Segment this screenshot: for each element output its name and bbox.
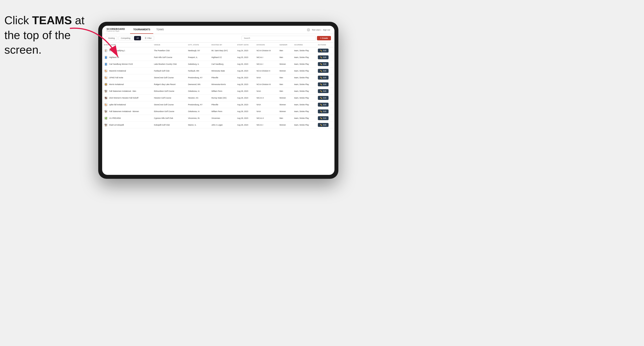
edit-icon-2: ✏️ — [320, 63, 322, 65]
edit-button-11[interactable]: ✏️ Edit — [318, 123, 328, 127]
cell-actions-7: ✏️ Edit — [316, 95, 334, 101]
cell-gender-3: Women — [278, 68, 292, 74]
cell-date-4: Aug 28, 2023 — [235, 74, 255, 81]
table-row: 🦅 Fall Statesmen Invitational - Women Ed… — [102, 108, 334, 115]
cell-division-8: NAIA — [255, 101, 278, 108]
table-row: 👤 Highland 36 Park Hills Golf Course Fre… — [102, 54, 334, 61]
event-icon-9: 🦅 — [104, 109, 108, 113]
cell-city-9: Oskaloosa, IA — [186, 108, 210, 115]
cell-city-6: Oskaloosa, IA — [186, 88, 210, 95]
event-icon-11: 🦅 — [104, 123, 108, 127]
cell-actions-8: ✏️ Edit — [316, 101, 334, 108]
col-hosted-by: HOSTED BY — [210, 42, 236, 47]
cell-actions-3: ✏️ Edit — [316, 68, 334, 74]
table-row: 🐎 UPIKE Fall Invite StoneCrest Golf Cour… — [102, 74, 334, 81]
table-row: 🦅 Fall Statesmen Invitational - Men Edmu… — [102, 88, 334, 95]
cell-scoring-2: team, Stroke Play — [292, 61, 316, 68]
edit-button-2[interactable]: ✏️ Edit — [318, 62, 328, 66]
nav-signout[interactable]: Sign out — [323, 29, 330, 31]
toolbar: Hosting Competing All ☰ Filter + Create — [102, 34, 334, 42]
gear-icon[interactable] — [307, 28, 310, 31]
edit-button-0[interactable]: ✏️ Edit — [318, 49, 328, 52]
cell-date-9: Aug 28, 2023 — [235, 108, 255, 115]
edit-button-5[interactable]: ✏️ Edit — [318, 82, 328, 86]
cell-scoring-9: team, Stroke Play — [292, 108, 316, 115]
cell-division-1: NICAA I — [255, 54, 278, 61]
cell-scoring-7: team, Stroke Play — [292, 95, 316, 101]
edit-button-10[interactable]: ✏️ Edit — [318, 116, 328, 120]
cell-venue-3: Faribault Golf Club — [152, 68, 186, 74]
cell-division-9: NAIA — [255, 108, 278, 115]
cell-actions-0: ✏️ Edit — [316, 47, 334, 54]
col-event-name: EVENT NAME — [102, 42, 152, 47]
hosting-button[interactable]: Hosting — [106, 36, 117, 40]
cell-city-10: Vincennes, IN — [186, 115, 210, 122]
cell-event-name-9: 🦅 Fall Statesmen Invitational - Women — [102, 108, 152, 115]
cell-gender-11: Women — [278, 122, 292, 128]
edit-button-6[interactable]: ✏️ Edit — [318, 89, 328, 93]
table-row: 🦁 Morris Invitational Ruttger's Bay Lake… — [102, 81, 334, 88]
edit-button-7[interactable]: ✏️ Edit — [318, 96, 328, 100]
cell-scoring-6: team, Stroke Play — [292, 88, 316, 95]
cell-division-4: NAIA — [255, 74, 278, 81]
cell-date-0: Aug 24, 2023 — [235, 47, 255, 54]
all-button[interactable]: All — [134, 36, 141, 40]
tab-teams[interactable]: TEAMS — [153, 26, 167, 34]
nav-tabs: TOURNAMENTS TEAMS — [130, 26, 167, 34]
create-button[interactable]: + Create — [317, 36, 331, 40]
cell-venue-4: StoneCrest Golf Course — [152, 74, 186, 81]
cell-gender-1: Men — [278, 54, 292, 61]
cell-gender-0: Men — [278, 47, 292, 54]
cell-date-8: Aug 28, 2023 — [235, 101, 255, 108]
competing-button[interactable]: Competing — [118, 36, 133, 40]
cell-division-11: NICAA I — [255, 122, 278, 128]
cell-city-3: Faribault, MN — [186, 68, 210, 74]
cell-hosted-6: William Penn — [210, 88, 236, 95]
event-icon-1: 👤 — [104, 55, 108, 59]
filter-button[interactable]: ☰ Filter — [142, 36, 154, 40]
edit-button-3[interactable]: ✏️ Edit — [318, 69, 328, 73]
cell-city-8: Prestonsburg, KY — [186, 101, 210, 108]
cell-scoring-11: team, Stroke Play — [292, 122, 316, 128]
cell-event-name-1: 👤 Highland 36 — [102, 54, 152, 61]
cell-venue-2: Lake Bracken Country Club — [152, 61, 186, 68]
cell-actions-10: ✏️ Edit — [316, 115, 334, 122]
cell-venue-5: Ruttger's Bay Lake Resort — [152, 81, 186, 88]
col-division: DIVISION — [255, 42, 278, 47]
edit-button-4[interactable]: ✏️ Edit — [318, 76, 328, 80]
instruction-text: Click TEAMS at the top of the screen. — [4, 13, 98, 57]
edit-icon-0: ✏️ — [320, 50, 322, 52]
event-icon-10: 🌿 — [104, 116, 108, 120]
cell-actions-5: ✏️ Edit — [316, 81, 334, 88]
cell-gender-8: Women — [278, 101, 292, 108]
cell-gender-10: Men — [278, 115, 292, 122]
edit-button-8[interactable]: ✏️ Edit — [318, 103, 328, 107]
cell-actions-4: ✏️ Edit — [316, 74, 334, 81]
cell-gender-5: Men — [278, 81, 292, 88]
tab-tournaments[interactable]: TOURNAMENTS — [130, 26, 153, 34]
search-input[interactable] — [242, 36, 316, 40]
cell-event-name-2: 👤 Carl Sandburg Women FA23 — [102, 61, 152, 68]
cell-date-11: Aug 28, 2023 — [235, 122, 255, 128]
tablet-frame: SCOREBOARD Powered by Clippit TOURNAMENT… — [98, 22, 338, 179]
cell-venue-11: Kokopelli Golf Club — [152, 122, 186, 128]
edit-button-1[interactable]: ✏️ Edit — [318, 55, 328, 59]
edit-button-9[interactable]: ✏️ Edit — [318, 109, 328, 113]
cell-city-7: Hesston, KS — [186, 95, 210, 101]
cell-division-7: NICAA II — [255, 95, 278, 101]
app-logo: SCOREBOARD Powered by Clippit — [106, 28, 125, 32]
cell-event-name-10: 🌿 VU PREVIEW — [102, 115, 152, 122]
cell-event-name-0: 🏌 MSMC Qualifying 1 — [102, 47, 152, 54]
edit-icon-7: ✏️ — [320, 97, 322, 99]
cell-date-10: Aug 28, 2023 — [235, 115, 255, 122]
col-city-state: CITY, STATE — [186, 42, 210, 47]
cell-venue-9: Edmundson Golf Course — [152, 108, 186, 115]
cell-venue-8: StoneCrest Golf Course — [152, 101, 186, 108]
cell-date-2: Aug 26, 2023 — [235, 61, 255, 68]
cell-scoring-3: team, Stroke Play — [292, 68, 316, 74]
cell-city-1: Freeport, IL — [186, 54, 210, 61]
cell-division-3: NCAA Division II — [255, 68, 278, 74]
event-icon-2: 👤 — [104, 62, 108, 66]
cell-city-4: Prestonsburg, KY — [186, 74, 210, 81]
cell-city-5: Deerwood, MN — [186, 81, 210, 88]
